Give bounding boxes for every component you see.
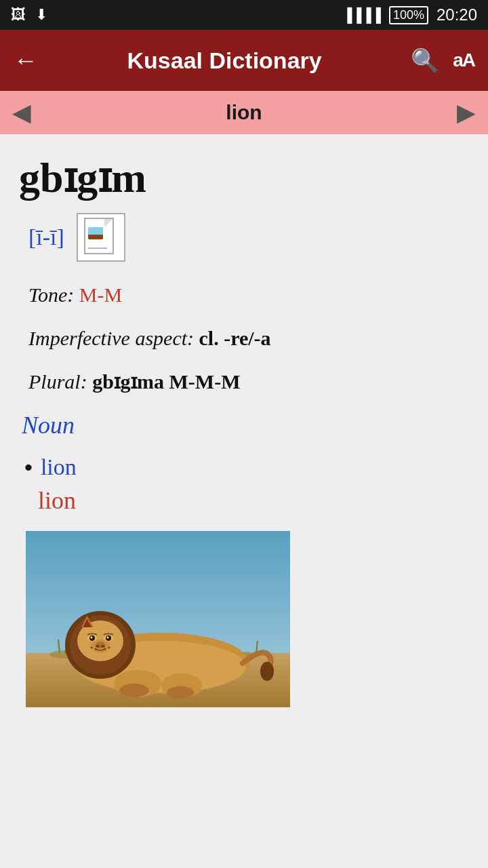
pronunciation-row: [ī-ī] bbox=[19, 213, 469, 262]
search-icon[interactable]: 🔍 bbox=[411, 47, 439, 74]
imperfective-label: Imperfective aspect: bbox=[28, 327, 194, 349]
nav-bar: ◀ lion ▶ bbox=[0, 91, 488, 134]
app-bar: ← Kusaal Dictionary 🔍 aA bbox=[0, 30, 488, 91]
svg-point-35 bbox=[119, 684, 149, 697]
pronunciation-text: [ī-ī] bbox=[28, 224, 64, 250]
tone-value: M-M bbox=[79, 283, 122, 306]
svg-point-26 bbox=[107, 637, 109, 639]
clock: 20:20 bbox=[436, 5, 477, 24]
svg-point-20 bbox=[101, 645, 105, 648]
imperfective-value: cl. -re/-a bbox=[199, 327, 271, 349]
battery-indicator: 100% bbox=[389, 6, 428, 24]
audio-button[interactable] bbox=[77, 213, 125, 262]
prev-arrow[interactable]: ◀ bbox=[12, 98, 31, 127]
definition-item: • lion bbox=[19, 454, 469, 481]
svg-point-30 bbox=[108, 647, 110, 649]
gallery-icon: 🖼 bbox=[11, 6, 26, 24]
svg-point-36 bbox=[167, 686, 194, 698]
headword: gbɪgɪm bbox=[19, 155, 469, 201]
font-size-icon[interactable]: aA bbox=[453, 50, 474, 71]
entry-content: gbɪgɪm [ī-ī] Tone: M-M Imperfect bbox=[0, 134, 488, 868]
svg-point-28 bbox=[95, 648, 97, 650]
definition-text: lion bbox=[41, 454, 77, 480]
nav-word: lion bbox=[226, 101, 262, 124]
definition-bullet: • bbox=[24, 454, 33, 481]
app-bar-icons: 🔍 aA bbox=[411, 47, 474, 74]
signal-icon: ▐▐▐▐ bbox=[342, 7, 381, 23]
tone-field: Tone: M-M bbox=[19, 281, 469, 309]
back-button[interactable]: ← bbox=[14, 46, 38, 75]
plural-label: Plural: bbox=[28, 370, 87, 393]
plural-field: Plural: gbɪgɪma M-M-M bbox=[19, 368, 469, 396]
tone-label: Tone: bbox=[28, 283, 74, 306]
translation-text: lion bbox=[19, 486, 469, 515]
imperfective-field: Imperfective aspect: cl. -re/-a bbox=[19, 324, 469, 353]
svg-point-25 bbox=[91, 637, 93, 639]
lion-image bbox=[26, 531, 290, 707]
status-bar: 🖼 ⬇ ▐▐▐▐ 100% 20:20 bbox=[0, 0, 488, 30]
svg-point-37 bbox=[260, 662, 274, 681]
svg-point-27 bbox=[91, 647, 93, 649]
plural-value: gbɪgɪma M-M-M bbox=[92, 370, 240, 393]
app-title: Kusaal Dictionary bbox=[52, 47, 397, 74]
svg-point-19 bbox=[96, 645, 100, 648]
svg-point-29 bbox=[104, 648, 106, 650]
next-arrow[interactable]: ▶ bbox=[457, 98, 476, 127]
download-icon: ⬇ bbox=[35, 6, 47, 24]
pos-label: Noun bbox=[19, 411, 469, 439]
